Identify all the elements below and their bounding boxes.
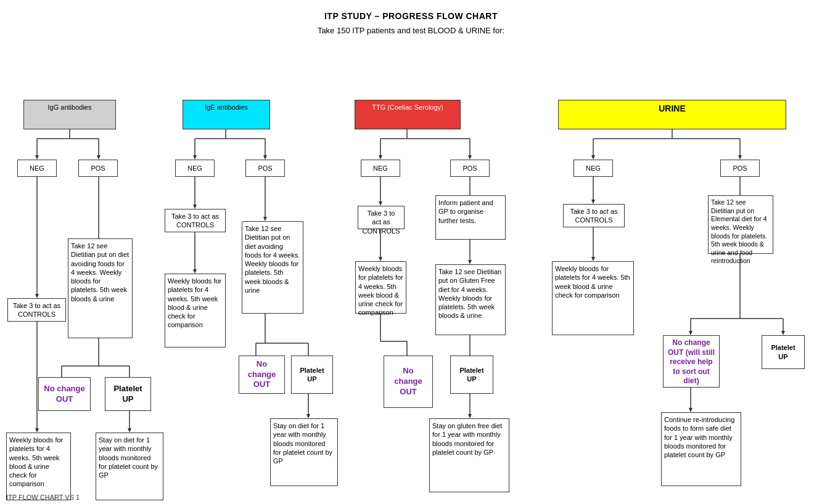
ctrl4-box: Take 3 to act as CONTROLS xyxy=(563,204,625,227)
neg3-box: NEG xyxy=(361,160,400,177)
diet1-label: Take 12 see Dietitian put on diet avoidi… xyxy=(71,242,129,303)
diet1-box: Take 12 see Dietitian put on diet avoidi… xyxy=(68,238,133,338)
continue1-label: Continue re-introducing foods to form sa… xyxy=(664,416,734,458)
stay3-label: Stay on gluten free diet for 1 year with… xyxy=(432,422,502,456)
diet2-box: Take 12 see Dietitian put on diet avoidi… xyxy=(242,221,303,314)
inform-label: Inform patient and GP to organise furthe… xyxy=(438,199,493,224)
ttg-label: TTG (Coeliac Serology) xyxy=(372,104,443,111)
ctrl3-box: Take 3 to act as CONTROLS xyxy=(358,206,405,229)
nochange1-box: No change OUT xyxy=(38,377,91,411)
ctrl2-label: Take 3 to act as CONTROLS xyxy=(171,213,219,229)
diet3-box: Weekly bloods for platelets for 4 weeks.… xyxy=(355,261,406,314)
svg-marker-8 xyxy=(35,294,39,298)
svg-marker-52 xyxy=(379,201,382,206)
pos1-label: POS xyxy=(91,164,105,173)
pos1-box: POS xyxy=(78,160,118,177)
svg-marker-73 xyxy=(738,155,742,160)
svg-marker-54 xyxy=(379,257,382,261)
footer: ITP FLOW CHART VS 1 xyxy=(6,494,80,501)
wkly-neg1-box: Weekly bloods for platelets for 4 weeks.… xyxy=(6,433,71,500)
neg1-box: NEG xyxy=(17,160,57,177)
ctrl4-label: Take 3 to act as CONTROLS xyxy=(570,208,617,224)
nochange4-label: No change OUT (will still receive help t… xyxy=(668,338,715,385)
wkly-neg1-label: Weekly bloods for platelets for 4 weeks.… xyxy=(9,436,63,487)
pos4-label: POS xyxy=(733,164,747,173)
pos3-label: POS xyxy=(462,164,477,173)
nochange3-label: No change OUT xyxy=(388,366,429,397)
svg-marker-86 xyxy=(781,331,785,335)
ctrl1-label: Take 3 to act as CONTROLS xyxy=(13,302,60,318)
ctrl2-box: Take 3 to act as CONTROLS xyxy=(165,209,226,232)
gfree-label: Take 12 see Dietitian put on Gluten Free… xyxy=(438,268,501,319)
platup3-label: Platelet UP xyxy=(454,366,489,384)
ttg-box: TTG (Coeliac Serology) xyxy=(355,100,461,129)
nochange1-label: No change OUT xyxy=(43,384,86,405)
footer-label: ITP FLOW CHART VS 1 xyxy=(6,494,80,501)
igg-label: IgG antibodies xyxy=(48,104,92,111)
neg4-label: NEG xyxy=(586,164,601,173)
neg3-label: NEG xyxy=(373,164,388,173)
nochange4-box: No change OUT (will still receive help t… xyxy=(663,335,720,388)
nochange2-box: No change OUT xyxy=(239,356,285,394)
nochange3-box: No change OUT xyxy=(384,356,433,408)
page: ITP STUDY – PROGRESS FLOW CHART Take 150… xyxy=(0,0,822,504)
svg-marker-66 xyxy=(468,414,472,418)
continue1-box: Continue re-introducing foods to form sa… xyxy=(661,412,741,486)
svg-marker-30 xyxy=(193,205,197,209)
inform-box: Inform patient and GP to organise furthe… xyxy=(435,195,506,240)
svg-marker-19 xyxy=(35,428,39,433)
page-title: ITP STUDY – PROGRESS FLOW CHART xyxy=(0,0,822,21)
ige-box: IgE antibodies xyxy=(183,100,270,129)
svg-marker-25 xyxy=(193,155,197,160)
ctrl3-label: Take 3 to act as CONTROLS xyxy=(362,209,400,235)
wkly2-box: Weekly bloods for platelets for 4 weeks.… xyxy=(165,274,226,348)
stay1-box: Stay on diet for 1 year with monthly blo… xyxy=(96,433,163,500)
diet4-label: Take 12 see Dietitian put on Elemental d… xyxy=(711,198,767,264)
stay3-box: Stay on gluten free diet for 1 year with… xyxy=(429,418,509,492)
diet4-box: Take 12 see Dietitian put on Elemental d… xyxy=(708,195,773,254)
wkly4-box: Weekly bloods for platelets for 4 weeks.… xyxy=(552,261,634,335)
neg2-box: NEG xyxy=(175,160,215,177)
neg4-box: NEG xyxy=(573,160,613,177)
neg1-label: NEG xyxy=(30,164,44,173)
svg-marker-3 xyxy=(35,155,39,160)
platup3-box: Platelet UP xyxy=(450,356,493,394)
pos4-box: POS xyxy=(720,160,760,177)
stay1-label: Stay on diet for 1 year with monthly blo… xyxy=(99,436,158,479)
svg-marker-43 xyxy=(306,414,310,418)
svg-marker-88 xyxy=(689,408,693,412)
svg-marker-47 xyxy=(379,155,382,160)
stay2-box: Stay on diet for 1 year with monthly blo… xyxy=(270,418,338,486)
ctrl1-box: Take 3 to act as CONTROLS xyxy=(7,298,66,322)
svg-marker-75 xyxy=(591,200,595,204)
svg-marker-32 xyxy=(263,217,267,221)
svg-marker-83 xyxy=(689,331,693,335)
svg-marker-62 xyxy=(468,260,472,264)
pos2-label: POS xyxy=(258,164,272,173)
urine-box: URINE xyxy=(558,100,786,129)
diet3-label: Weekly bloods for platelets for 4 weeks.… xyxy=(358,265,403,316)
svg-marker-77 xyxy=(591,257,595,261)
stay2-label: Stay on diet for 1 year with monthly blo… xyxy=(273,422,332,465)
nochange2-label: No change OUT xyxy=(243,359,281,391)
flowchart: IgG antibodies IgE antibodies TTG (Coeli… xyxy=(0,35,822,503)
ige-label: IgE antibodies xyxy=(205,104,248,111)
platup1-box: Platelet UP xyxy=(105,377,151,411)
platup4-box: Platelet UP xyxy=(762,335,805,369)
svg-marker-6 xyxy=(97,155,101,160)
svg-marker-21 xyxy=(128,428,131,433)
platup1-label: Platelet UP xyxy=(109,384,147,405)
svg-marker-34 xyxy=(193,269,197,274)
igg-box: IgG antibodies xyxy=(23,100,116,129)
page-subtitle: Take 150 ITP patients and test BLOOD & U… xyxy=(0,26,822,35)
gfree-box: Take 12 see Dietitian put on Gluten Free… xyxy=(435,264,506,335)
svg-marker-28 xyxy=(263,155,267,160)
platup2-box: Platelet UP xyxy=(291,356,333,394)
wkly4-label: Weekly bloods for platelets for 4 weeks.… xyxy=(555,265,630,299)
platup4-label: Platelet UP xyxy=(766,343,800,361)
pos3-box: POS xyxy=(450,160,490,177)
svg-marker-50 xyxy=(468,155,472,160)
platup2-label: Platelet UP xyxy=(295,366,329,384)
diet2-label: Take 12 see Dietitian put on diet avoidi… xyxy=(245,225,300,294)
neg2-label: NEG xyxy=(187,164,202,173)
